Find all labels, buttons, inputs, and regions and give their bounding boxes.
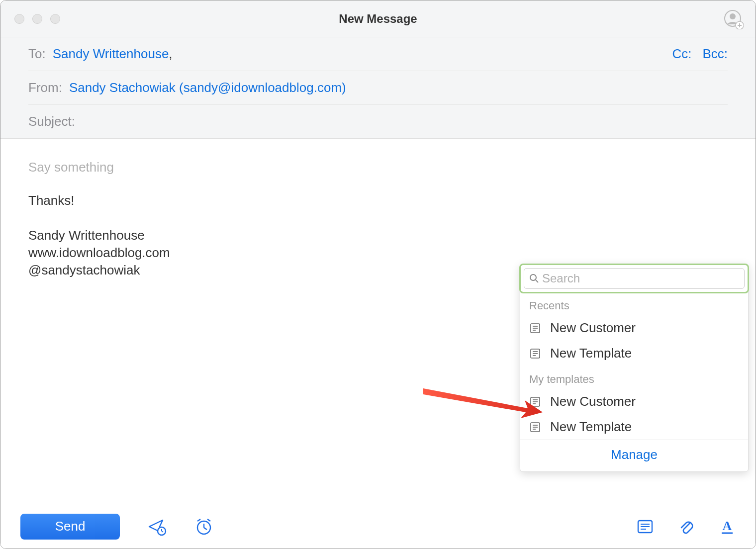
templates-search-input[interactable]	[542, 272, 739, 285]
titlebar: New Message	[0, 0, 756, 37]
close-window-button[interactable]	[14, 14, 24, 24]
templates-popover: Recents New Customer New Template My tem…	[520, 264, 749, 472]
format-text-icon[interactable]: A	[719, 518, 736, 535]
zoom-window-button[interactable]	[50, 14, 60, 24]
manage-templates-link[interactable]: Manage	[611, 447, 658, 462]
svg-point-1	[730, 13, 736, 19]
add-contact-icon[interactable]	[724, 9, 744, 29]
svg-line-6	[536, 280, 538, 282]
templates-icon[interactable]	[636, 518, 654, 536]
signature-url: www.idownloadblog.com	[28, 244, 728, 262]
template-icon	[529, 348, 541, 360]
compose-window: New Message To: Sandy Writtenhouse, Cc: …	[0, 0, 756, 549]
bcc-button[interactable]: Bcc:	[702, 46, 728, 62]
my-template-item[interactable]: New Template	[520, 414, 748, 440]
template-icon	[529, 322, 541, 334]
my-templates-label: My templates	[520, 366, 748, 389]
body-content: Thanks!	[28, 192, 728, 209]
to-label: To:	[28, 46, 46, 62]
subject-label: Subject:	[28, 114, 75, 129]
recent-template-item[interactable]: New Customer	[520, 315, 748, 341]
search-icon	[529, 274, 539, 283]
svg-text:A: A	[723, 519, 732, 533]
svg-line-30	[197, 519, 200, 521]
bottom-toolbar: Send A	[0, 504, 756, 549]
minimize-window-button[interactable]	[32, 14, 42, 24]
attachment-icon[interactable]	[678, 518, 695, 535]
signature-name: Sandy Writtenhouse	[28, 227, 728, 244]
send-later-icon[interactable]	[148, 517, 167, 536]
body-placeholder: Say something	[28, 159, 728, 176]
recents-label: Recents	[520, 292, 748, 315]
cc-button[interactable]: Cc:	[672, 46, 691, 62]
from-field-row[interactable]: From: Sandy Stachowiak (sandy@idownloadb…	[28, 71, 728, 105]
window-title: New Message	[339, 12, 417, 26]
subject-field-row[interactable]: Subject:	[28, 105, 728, 138]
header-fields: To: Sandy Writtenhouse, Cc: Bcc: From: S…	[0, 37, 756, 139]
template-item-label: New Template	[550, 346, 632, 361]
from-value: Sandy Stachowiak (sandy@idownloadblog.co…	[69, 80, 346, 95]
to-value: Sandy Writtenhouse	[53, 46, 169, 62]
recent-template-item[interactable]: New Template	[520, 341, 748, 366]
from-label: From:	[28, 80, 62, 95]
traffic-lights	[0, 14, 60, 24]
to-field-row[interactable]: To: Sandy Writtenhouse, Cc: Bcc:	[28, 37, 728, 71]
template-item-label: New Customer	[550, 320, 636, 336]
svg-line-31	[207, 519, 210, 521]
svg-point-5	[530, 274, 536, 280]
my-template-item[interactable]: New Customer	[520, 389, 748, 414]
send-button[interactable]: Send	[20, 514, 120, 540]
templates-search-highlight	[519, 264, 749, 293]
template-icon	[529, 396, 541, 408]
template-icon	[529, 421, 541, 433]
reminder-icon[interactable]	[194, 517, 213, 536]
svg-line-29	[204, 528, 207, 530]
template-item-label: New Customer	[550, 394, 636, 409]
template-item-label: New Template	[550, 419, 632, 435]
